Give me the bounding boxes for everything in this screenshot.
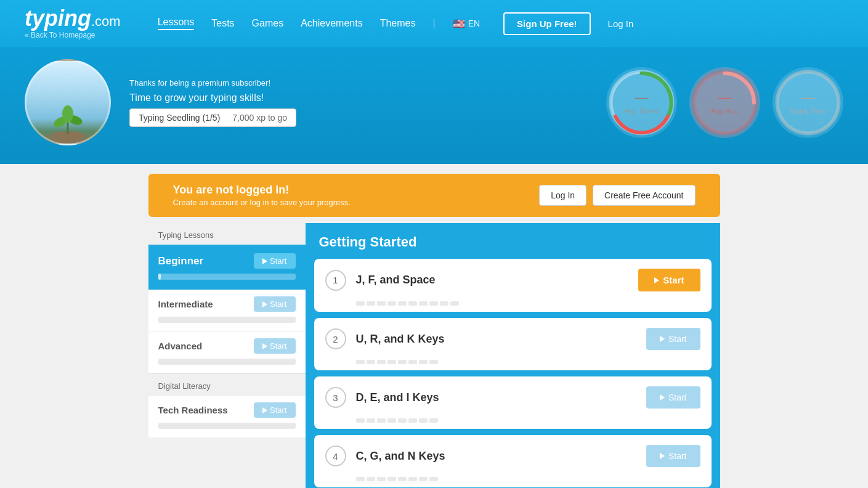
lesson-title-3: D, E, and I Keys	[356, 391, 636, 404]
not-logged-buttons: Log In Create Free Account	[539, 185, 695, 206]
intermediate-label: Intermediate	[158, 299, 213, 309]
nav-themes[interactable]: Themes	[380, 18, 416, 29]
play-icon	[262, 258, 267, 264]
lesson-dots-1	[314, 301, 712, 312]
nav-lessons[interactable]: Lessons	[158, 17, 195, 30]
lessons-area: Getting Started 1 J, F, and Space Start	[306, 223, 720, 488]
dot	[419, 477, 428, 481]
beginner-start-button[interactable]: Start	[254, 253, 295, 269]
lesson-dots-4	[314, 477, 712, 487]
grow-text: Time to grow your typing skills!	[129, 92, 588, 104]
dot	[356, 360, 365, 364]
nav-achievements[interactable]: Achievements	[301, 18, 363, 29]
play-icon-4	[660, 453, 665, 459]
dot	[429, 477, 438, 481]
speed-value: —	[635, 90, 649, 106]
dot	[377, 301, 386, 306]
dot	[429, 360, 438, 364]
speed-label: Avg. Speed	[624, 107, 659, 115]
play-icon-inter	[262, 301, 267, 307]
lesson-title-4: C, G, and N Keys	[356, 450, 636, 463]
dot	[367, 360, 375, 364]
logo-com: .com	[91, 14, 121, 29]
stats-area: — Avg. Speed — Avg. Acc.	[606, 67, 843, 138]
play-icon-tech	[262, 407, 267, 413]
dot	[387, 418, 396, 423]
back-link[interactable]: « Back To Homepage	[25, 31, 121, 39]
sidebar: Typing Lessons Beginner Start Intermedia…	[148, 223, 306, 488]
sidebar-group-advanced: Advanced Start	[148, 331, 306, 373]
section-header: Getting Started	[306, 223, 720, 259]
sidebar-group-tech: Tech Readiness Start	[148, 396, 306, 437]
lang-label: EN	[468, 18, 480, 28]
dot	[408, 418, 417, 423]
logo-area: typing.com « Back To Homepage	[25, 7, 121, 39]
dot	[398, 360, 407, 364]
login-nav-button[interactable]: Log In	[608, 18, 634, 29]
play-icon-adv	[262, 343, 267, 349]
lesson-dots-2	[314, 360, 712, 370]
nav-games[interactable]: Games	[252, 18, 284, 29]
lesson-start-1[interactable]: Start	[638, 269, 700, 291]
dot	[419, 301, 428, 306]
lesson-start-4[interactable]: Start	[646, 445, 700, 467]
dot	[398, 418, 407, 423]
create-account-button[interactable]: Create Free Account	[593, 185, 695, 206]
dot	[408, 301, 417, 306]
not-logged-text: You are not logged in! Create an account…	[173, 184, 351, 207]
lesson-title-1: J, F, and Space	[356, 274, 629, 287]
tech-start-button[interactable]: Start	[254, 402, 295, 418]
dot	[387, 360, 396, 364]
sidebar-group-beginner: Beginner Start	[148, 245, 306, 290]
tech-progress	[158, 423, 296, 429]
dot	[408, 477, 417, 481]
hero-info: Thanks for being a premium subscriber! T…	[129, 78, 588, 127]
svg-point-4	[62, 105, 73, 123]
lesson-num-4: 4	[325, 445, 346, 466]
nav-tests[interactable]: Tests	[211, 18, 234, 29]
beginner-label: Beginner	[158, 255, 204, 267]
login-bar-button[interactable]: Log In	[539, 185, 586, 206]
stat-accuracy: — Avg. Acc.	[689, 67, 760, 138]
play-icon-1	[654, 277, 659, 283]
lesson-start-3[interactable]: Start	[646, 386, 700, 409]
intermediate-start-button[interactable]: Start	[254, 296, 295, 312]
lesson-num-3: 3	[325, 387, 346, 408]
dot	[356, 301, 365, 306]
dot	[419, 418, 428, 423]
dot	[367, 477, 375, 481]
time-value: —	[801, 90, 814, 106]
sidebar-digital-literacy-title: Digital Literacy	[148, 374, 306, 396]
lesson-num-1: 1	[325, 270, 346, 291]
not-logged-title: You are not logged in!	[173, 184, 351, 197]
play-icon-2	[660, 336, 665, 342]
logo: typing.com	[25, 7, 121, 30]
dot	[450, 301, 459, 306]
main-nav: Lessons Tests Games Achievements Themes …	[158, 12, 843, 35]
lesson-start-2[interactable]: Start	[646, 328, 700, 350]
premium-text: Thanks for being a premium subscriber!	[129, 78, 588, 87]
advanced-label: Advanced	[158, 341, 203, 351]
signup-button[interactable]: Sign Up Free!	[503, 12, 591, 35]
acc-value: —	[718, 90, 732, 106]
lesson-card-3: 3 D, E, and I Keys Start	[314, 376, 712, 429]
dot	[440, 301, 448, 306]
xp-level: Typing Seedling (1/5)	[139, 113, 220, 123]
dot	[419, 360, 428, 364]
intermediate-progress	[158, 317, 296, 323]
dot	[377, 360, 386, 364]
advanced-start-button[interactable]: Start	[254, 338, 295, 354]
dot	[377, 477, 386, 481]
not-logged-bar: You are not logged in! Create an account…	[148, 174, 720, 217]
sidebar-typing-lessons-title: Typing Lessons	[148, 223, 306, 245]
dot	[356, 477, 365, 481]
stat-speed: — Avg. Speed	[606, 67, 677, 138]
lesson-num-2: 2	[325, 328, 346, 349]
dot	[367, 418, 375, 423]
language-selector[interactable]: 🇺🇸 EN	[453, 18, 480, 30]
dot	[367, 301, 375, 306]
beginner-progress	[158, 274, 296, 280]
dot	[429, 418, 438, 423]
xp-badge: Typing Seedling (1/5) 7,000 xp to go	[129, 108, 296, 127]
dot	[377, 418, 386, 423]
